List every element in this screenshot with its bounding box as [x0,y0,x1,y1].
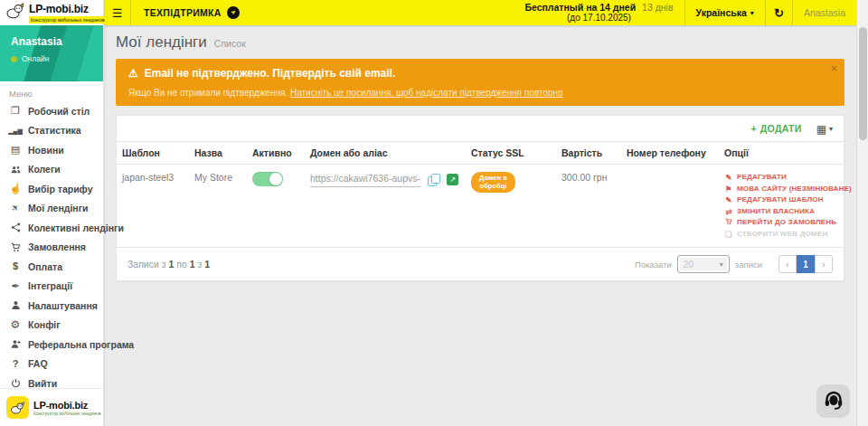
external-link-icon[interactable]: ↗ [447,174,458,185]
referral-icon [9,339,22,349]
pagination-page-1[interactable]: 1 [797,255,815,273]
pagination-prev-button[interactable]: ‹ [778,255,797,273]
username-label: Anastasia [804,7,845,18]
vertical-scrollbar [856,0,868,426]
option-edit-template[interactable]: РЕДАГУВАТИ ШАБЛОН [724,194,838,206]
option-go-to-orders[interactable]: ПЕРЕЙТИ ДО ЗАМОВЛЕНЬ [724,217,838,229]
app-window: LP-mobi.biz Конструктор мобильных лендин… [0,0,868,426]
telegram-icon [227,6,240,19]
sidebar-item-referral[interactable]: Реферальна програма [0,335,103,355]
sidebar-item-settings[interactable]: Налаштування [0,296,103,316]
sidebar-item-faq[interactable]: FAQ [0,355,103,374]
page-title: Мої лендінги [116,33,207,52]
sidebar-item-statistics[interactable]: Статистика [0,121,103,141]
refresh-button[interactable] [765,0,792,25]
col-header-template: Шаблон [117,142,189,165]
sidebar-item-payment[interactable]: Оплата [0,257,103,277]
stats-icon [9,128,22,134]
warning-icon [128,67,138,80]
page-size-label: Показати [635,260,672,270]
records-unit-label: записи [735,260,762,270]
sidebar-item-config[interactable]: Конфіг [0,316,103,336]
records-info: Записи з 1 по 1 з 1 [127,259,210,270]
trial-plan-label: Бесплатный на 14 дней [524,2,636,13]
tariff-icon [9,184,22,194]
column-visibility-button[interactable] [816,120,833,137]
sidebar-item-desktop[interactable]: Робочий стіл [0,101,103,121]
dog-mascot-icon [5,3,25,23]
tech-support-button[interactable]: ТЕХПІДТРИМКА [131,0,252,25]
pagination-next-button[interactable]: › [815,255,833,273]
option-edit[interactable]: РЕДАГУВАТИ [724,172,838,184]
language-selector[interactable]: Українська [684,0,765,25]
sidebar-item-orders[interactable]: Замовлення [0,238,103,258]
colleagues-icon [9,165,22,175]
resend-confirmation-link[interactable]: Натисніть це посилання, щоб надіслати пі… [290,88,563,98]
sidebar-item-label: Колективні лендінги [28,222,124,233]
topbar: ТЕХПІДТРИМКА Бесплатный на 14 дней 13 дн… [104,0,856,25]
swap-icon [724,206,733,218]
col-header-domain: Домен або аліас [305,142,466,165]
caret-down-icon [750,9,754,17]
logo-subtitle: Конструктор мобильных лендингов [29,16,107,24]
banner-body-text: Якщо Ви не отримали підтвердження. [128,88,290,98]
table-row: japan-steel3 My Store ↗ [117,165,844,248]
col-header-price: Вартість [556,142,621,165]
sidebar-logo[interactable]: LP-mobi.biz Конструктор мобильных лендин… [0,0,103,25]
tech-support-label: ТЕХПІДТРИМКА [144,7,222,18]
trial-days-left: 13 днів [642,2,673,13]
sidebar-item-label: Колеги [28,164,61,175]
page-size-select[interactable]: 20 [677,255,730,273]
sidebar-item-my-landings[interactable]: Мої лендінги [0,199,103,219]
col-header-active: Активно [247,142,305,165]
toggle-knob [269,173,282,185]
support-chat-button[interactable] [816,384,850,418]
scrollbar-thumb[interactable] [859,27,867,140]
landings-table-card: ДОДАТИ Шаблон Назва Активно Домен або ал… [116,115,844,281]
refresh-icon [774,6,784,20]
sidebar-item-label: FAQ [28,358,48,369]
share-icon [9,222,22,232]
sidebar-item-collective-landings[interactable]: Колективні лендінги [0,218,103,238]
domain-input[interactable] [310,172,420,187]
page-subtitle: Список [214,38,246,49]
payment-icon [9,261,22,271]
sidebar-item-integrations[interactable]: Інтеграції [0,277,103,297]
trial-status: Бесплатный на 14 дней 13 днів (до 17.10.… [514,0,684,25]
close-icon[interactable]: × [831,63,837,74]
sidebar: LP-mobi.biz Конструктор мобильных лендин… [0,0,104,426]
landings-table: Шаблон Назва Активно Домен або аліас Ста… [117,141,844,247]
sidebar-footer-logo[interactable]: LP-mobi.biz Конструктор мобільних лендин… [0,388,103,426]
hamburger-icon [112,6,123,20]
pagination: ‹ 1 › [778,255,833,273]
menu-toggle-button[interactable] [104,0,131,25]
add-button-label: ДОДАТИ [760,123,802,134]
faq-icon [9,359,22,369]
landings-icon [9,204,22,213]
user-name: Anastasia [11,35,92,48]
sidebar-item-news[interactable]: Новини [0,140,103,160]
sidebar-item-tariff[interactable]: Вибір тарифу [0,179,103,199]
sidebar-user-panel: Anastasia Онлайн [0,25,103,81]
flag-icon [724,184,733,195]
active-toggle[interactable] [252,172,283,186]
headset-icon [823,389,844,414]
banner-title: Email не підтверджено. Підтвердіть свій … [145,67,396,80]
col-header-name: Назва [189,142,247,165]
table-footer: Записи з 1 по 1 з 1 Показати 20 записи ‹… [117,247,844,280]
copy-icon[interactable] [428,174,439,185]
email-warning-banner: Email не підтверджено. Підтвердіть свій … [116,59,844,106]
option-site-language[interactable]: МОВА САЙТУ (НЕЗМІНЮВАНЕ) [724,184,838,195]
page-size-value: 20 [684,260,693,270]
topbar-username[interactable]: Anastasia [792,0,856,25]
option-create-web-domain: СТВОРИТИ WEB ДОМЕН [724,229,838,241]
option-change-owner[interactable]: ЗМІНИТИ ВЛАСНИКА [724,206,838,218]
sidebar-item-label: Налаштування [28,300,98,311]
cell-price: 300.00 грн [556,165,621,248]
sidebar-item-label: Робочий стіл [28,106,90,117]
sidebar-item-label: Реферальна програма [28,339,134,350]
grid-icon [816,120,826,137]
plus-icon [750,123,756,134]
sidebar-item-colleagues[interactable]: Колеги [0,160,103,180]
add-landing-button[interactable]: ДОДАТИ [750,123,801,134]
